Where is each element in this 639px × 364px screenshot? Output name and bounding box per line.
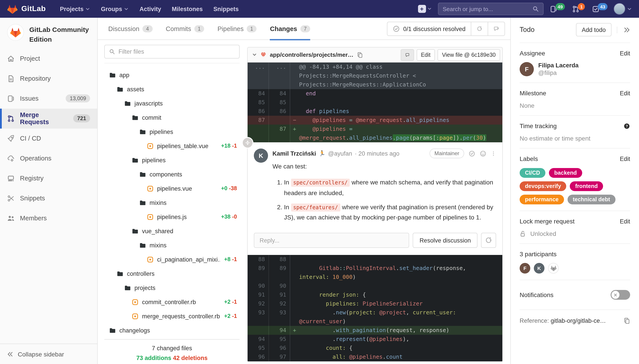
tab-commits[interactable]: Commits1: [166, 18, 204, 40]
global-search[interactable]: [438, 3, 543, 15]
new-line-number[interactable]: 97: [269, 352, 290, 361]
new-line-number[interactable]: [269, 116, 290, 124]
tree-file-ci_pagination_api_mixi-[interactable]: ci_pagination_api_mixi…+8 -1: [104, 252, 240, 266]
filter-files-input[interactable]: [119, 48, 235, 55]
sidebar-item-repository[interactable]: Repository: [0, 68, 97, 88]
sidebar-item-registry[interactable]: Registry: [0, 168, 97, 188]
nav-link-activity[interactable]: Activity: [135, 3, 166, 15]
copy-path-icon[interactable]: [357, 52, 363, 58]
new-line-number[interactable]: 89: [269, 264, 290, 282]
new-line-number[interactable]: 86: [269, 107, 290, 116]
comment-author-handle[interactable]: @ayufan: [328, 150, 352, 157]
resolve-comment-icon[interactable]: [469, 150, 475, 157]
participant-avatar-f[interactable]: F: [520, 263, 530, 274]
tree-file-pipelines.js[interactable]: pipelines.js+38 -0: [104, 210, 240, 224]
sidebar-item-merge-requests[interactable]: Merge Requests721: [0, 108, 97, 128]
filter-files-box[interactable]: [104, 45, 240, 58]
tree-folder-mixins[interactable]: mixins: [104, 196, 240, 210]
nav-link-milestones[interactable]: Milestones: [167, 3, 207, 15]
new-line-number[interactable]: 95: [269, 335, 290, 344]
chevron-down-icon[interactable]: [252, 52, 257, 57]
old-line-number[interactable]: 92: [248, 299, 269, 308]
tree-file-merge_requests_controller.rb[interactable]: merge_requests_controller.rb+2 -1: [104, 309, 240, 323]
tree-folder-components[interactable]: components: [104, 167, 240, 181]
participant-avatar-k[interactable]: K: [534, 263, 544, 274]
label-ci-cd[interactable]: CI/CD: [520, 168, 545, 178]
collapse-sidebar-button[interactable]: Collapse sidebar: [0, 344, 97, 364]
old-line-number[interactable]: 88: [248, 255, 269, 264]
tree-folder-assets[interactable]: assets: [104, 82, 240, 96]
gitlab-logo[interactable]: GitLab: [7, 4, 46, 14]
merge-request-counter[interactable]: 1: [572, 5, 585, 13]
notifications-toggle[interactable]: ✕: [610, 290, 630, 300]
tree-folder-vue_shared[interactable]: vue_shared: [104, 224, 240, 238]
tree-file-pipelines_table.vue[interactable]: pipelines_table.vue+18 -1: [104, 139, 240, 153]
sidebar-item-project[interactable]: Project: [0, 48, 97, 68]
comment-author-avatar[interactable]: K: [254, 148, 268, 163]
new-line-number[interactable]: 92: [269, 299, 290, 308]
tree-folder-pipelines[interactable]: pipelines: [104, 153, 240, 167]
tab-pipelines[interactable]: Pipelines1: [217, 18, 257, 40]
jump-to-discussion-button[interactable]: [488, 22, 505, 36]
edit-file-button[interactable]: Edit: [417, 49, 435, 60]
nav-link-snippets[interactable]: Snippets: [209, 3, 243, 15]
discussions-resolved-button[interactable]: 0/1 discussion resolved: [387, 22, 471, 36]
tree-folder-javascripts[interactable]: javascripts: [104, 96, 240, 110]
old-line-number[interactable]: [248, 326, 269, 335]
new-menu-button[interactable]: +: [418, 5, 432, 13]
sidebar-item-issues[interactable]: Issues13,009: [0, 88, 97, 108]
old-line-number[interactable]: 96: [248, 352, 269, 361]
new-line-number[interactable]: 88: [269, 255, 290, 264]
sidebar-item-snippets[interactable]: Snippets: [0, 188, 97, 208]
nav-link-projects[interactable]: Projects: [56, 3, 95, 15]
chevron-double-right-icon[interactable]: [623, 26, 630, 33]
search-input[interactable]: [443, 6, 532, 12]
old-line-number[interactable]: 87: [248, 116, 269, 124]
label-backend[interactable]: backend: [549, 168, 582, 178]
tree-folder-pipelines[interactable]: pipelines: [104, 124, 240, 139]
comment-author-name[interactable]: Kamil Trzciński: [272, 150, 316, 157]
comment-timestamp[interactable]: · 20 minutes ago: [355, 150, 399, 157]
reply-input[interactable]: [254, 233, 409, 248]
old-line-number[interactable]: ...: [248, 62, 269, 89]
sidebar-item-ci-cd[interactable]: CI / CD: [0, 128, 97, 148]
todos-counter[interactable]: 43: [592, 5, 607, 13]
old-line-number[interactable]: 89: [248, 264, 269, 282]
assignee-name[interactable]: Filipa Lacerda: [538, 62, 579, 69]
lock-edit-link[interactable]: Edit: [620, 218, 630, 224]
add-todo-button[interactable]: Add todo: [576, 23, 611, 36]
sidebar-item-operations[interactable]: Operations: [0, 148, 97, 168]
project-header[interactable]: GitLab Community Edition: [0, 18, 97, 48]
help-icon[interactable]: ?: [623, 122, 630, 129]
user-menu[interactable]: [614, 3, 632, 15]
new-line-number[interactable]: 96: [269, 344, 290, 352]
tree-folder-mixins[interactable]: mixins: [104, 238, 240, 252]
tab-discussion[interactable]: Discussion4: [108, 18, 152, 40]
new-line-number[interactable]: 87: [269, 124, 290, 142]
tab-changes[interactable]: Changes7: [270, 18, 310, 40]
more-actions-icon[interactable]: [491, 150, 496, 157]
new-line-number[interactable]: 91: [269, 290, 290, 299]
collapse-discussion-button[interactable]: [242, 137, 253, 148]
tree-file-pipelines.vue[interactable]: pipelines.vue+0 -38: [104, 181, 240, 196]
copy-reference-icon[interactable]: [623, 318, 630, 324]
emoji-reaction-icon[interactable]: [480, 150, 486, 157]
assignee-avatar[interactable]: F: [520, 62, 534, 76]
old-line-number[interactable]: 86: [248, 107, 269, 116]
new-line-number[interactable]: 93: [269, 308, 290, 326]
old-line-number[interactable]: 93: [248, 308, 269, 326]
old-line-number[interactable]: 94: [248, 335, 269, 344]
tree-folder-app[interactable]: app: [104, 68, 240, 82]
new-line-number[interactable]: 84: [269, 89, 290, 98]
resolve-with-issue-button[interactable]: [471, 22, 488, 36]
resolve-discussion-button[interactable]: Resolve discussion: [413, 233, 477, 248]
labels-edit-link[interactable]: Edit: [620, 156, 630, 162]
old-line-number[interactable]: 90: [248, 282, 269, 290]
issues-counter[interactable]: 49: [550, 5, 565, 13]
milestone-edit-link[interactable]: Edit: [620, 90, 630, 96]
old-line-number[interactable]: 84: [248, 89, 269, 98]
tree-folder-commit[interactable]: commit: [104, 110, 240, 124]
assignee-edit-link[interactable]: Edit: [620, 50, 630, 56]
sidebar-item-members[interactable]: Members: [0, 208, 97, 228]
old-line-number[interactable]: 91: [248, 290, 269, 299]
